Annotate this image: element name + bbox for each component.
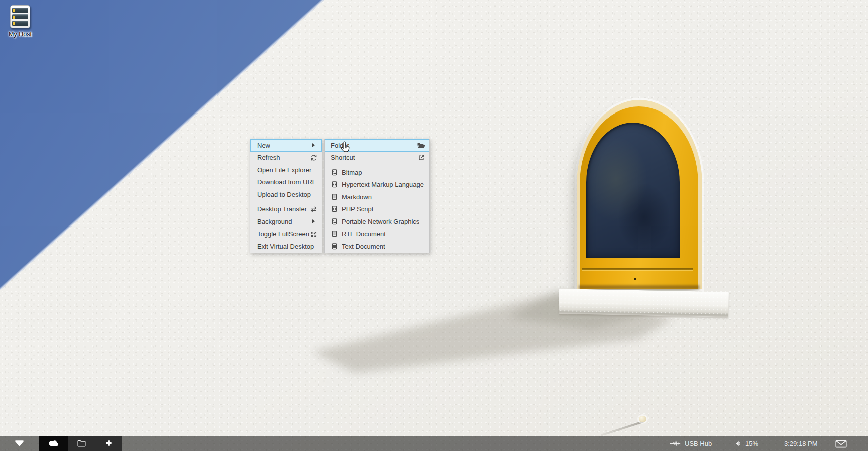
envelope-icon	[835, 440, 847, 448]
menu-item-label: Portable Network Graphics	[342, 218, 419, 225]
file-image-icon	[331, 169, 338, 176]
refresh-icon	[309, 154, 318, 161]
menu-item-label: Refresh	[257, 154, 280, 161]
taskbar-add-button[interactable]	[95, 436, 122, 451]
menu-item-label: New	[257, 142, 270, 149]
fullscreen-icon	[309, 231, 318, 238]
desktop-icon-my-host[interactable]: My Host	[4, 5, 36, 38]
menu-item-label: Desktop Transfer	[257, 205, 307, 213]
window-sill	[559, 289, 729, 317]
usb-label: USB Hub	[685, 440, 712, 447]
menu-item-toggle-fullscreen[interactable]: Toggle FullScreen	[250, 228, 322, 241]
menu-item-text-document[interactable]: Text Document	[325, 240, 429, 253]
taskbar-cloud-button[interactable]	[39, 436, 68, 451]
cloud-icon	[46, 438, 60, 449]
taskbar-clock: 3:29:18 PM	[784, 436, 818, 451]
menu-item-desktop-transfer[interactable]: Desktop Transfer	[250, 203, 322, 216]
window-frame-shadow	[579, 285, 699, 289]
menu-item-background[interactable]: Background	[250, 215, 322, 228]
menu-item-download-from-url[interactable]: Download from URL	[250, 176, 322, 189]
menu-item-label: RTF Document	[342, 230, 386, 238]
menu-item-label: Upload to Desktop	[257, 191, 311, 198]
server-icon	[10, 5, 30, 28]
usb-icon	[670, 440, 681, 447]
taskbar: USB Hub 15% 3:29:18 PM	[0, 436, 868, 451]
menu-item-exit-virtual-desktop[interactable]: Exit Virtual Desktop	[250, 240, 322, 253]
clock-label: 3:29:18 PM	[784, 440, 818, 447]
menu-item-label: Open File Explorer	[257, 166, 311, 174]
window-frame	[577, 100, 702, 289]
window-glass	[586, 123, 680, 258]
menu-item-upload-to-desktop[interactable]: Upload to Desktop	[250, 188, 322, 201]
new-submenu: FolderShortcutBitmapHypertext Markup Lan…	[324, 139, 430, 253]
menu-item-label: Background	[257, 218, 292, 225]
external-link-icon	[417, 154, 425, 161]
menu-item-new[interactable]: New	[250, 139, 322, 152]
window-knob	[634, 278, 636, 280]
menu-item-label: Markdown	[342, 193, 372, 201]
menu-separator	[250, 202, 322, 202]
menu-item-portable-network-graphics[interactable]: Portable Network Graphics	[325, 215, 429, 228]
menu-item-php-script[interactable]: PHP Script	[325, 203, 429, 216]
file-text-icon	[331, 243, 338, 250]
folder-open-icon	[417, 142, 425, 149]
chevron-down-icon	[14, 440, 25, 448]
menu-item-folder[interactable]: Folder	[325, 139, 429, 152]
menu-item-open-file-explorer[interactable]: Open File Explorer	[250, 164, 322, 176]
menu-item-label: Shortcut	[331, 154, 355, 161]
menu-item-refresh[interactable]: Refresh	[250, 152, 322, 164]
window-shadow	[0, 0, 868, 451]
menu-item-label: Exit Virtual Desktop	[257, 243, 314, 250]
menu-item-label: Hypertext Markup Language	[342, 181, 424, 188]
file-image-icon	[331, 218, 338, 225]
plus-icon	[105, 439, 113, 448]
taskbar-file-explorer-button[interactable]	[68, 436, 95, 451]
menu-item-bitmap[interactable]: Bitmap	[325, 166, 429, 179]
file-text-icon	[331, 193, 338, 201]
taskbar-mail-button[interactable]	[835, 436, 847, 451]
menu-item-label: Folder	[331, 142, 349, 149]
window-yellow-frame	[580, 106, 698, 289]
menu-item-rtf-document[interactable]: RTF Document	[325, 228, 429, 241]
menu-separator	[325, 165, 429, 165]
volume-label: 15%	[745, 440, 758, 447]
menu-item-label: PHP Script	[342, 205, 373, 213]
menu-item-label: Download from URL	[257, 178, 316, 186]
file-text-icon	[331, 230, 338, 238]
desktop-icon-label: My Host	[4, 31, 36, 38]
wall-peg	[639, 416, 646, 422]
menu-item-label: Bitmap	[342, 169, 362, 176]
menu-item-shortcut[interactable]: Shortcut	[325, 152, 429, 164]
menu-item-label: Text Document	[342, 243, 385, 250]
taskbar-usb-status[interactable]: USB Hub	[670, 436, 712, 451]
folder-icon	[77, 439, 86, 448]
file-code-icon	[331, 205, 338, 213]
desktop-context-menu: NewRefreshOpen File ExplorerDownload fro…	[250, 139, 322, 253]
file-code-icon	[331, 181, 338, 188]
menu-item-markdown[interactable]: Markdown	[325, 191, 429, 203]
menu-item-label: Toggle FullScreen	[257, 230, 309, 238]
speaker-icon	[735, 440, 742, 447]
transfer-icon	[309, 206, 318, 213]
taskbar-collapse-button[interactable]	[0, 436, 39, 451]
menu-item-hypertext-markup-language[interactable]: Hypertext Markup Language	[325, 179, 429, 191]
virtual-desktop: My Host NewRefreshOpen File ExplorerDown…	[0, 0, 868, 451]
window-groove	[582, 268, 693, 270]
taskbar-volume-status[interactable]: 15%	[735, 436, 758, 451]
submenu-arrow-icon	[309, 143, 318, 147]
submenu-arrow-icon	[309, 219, 318, 223]
